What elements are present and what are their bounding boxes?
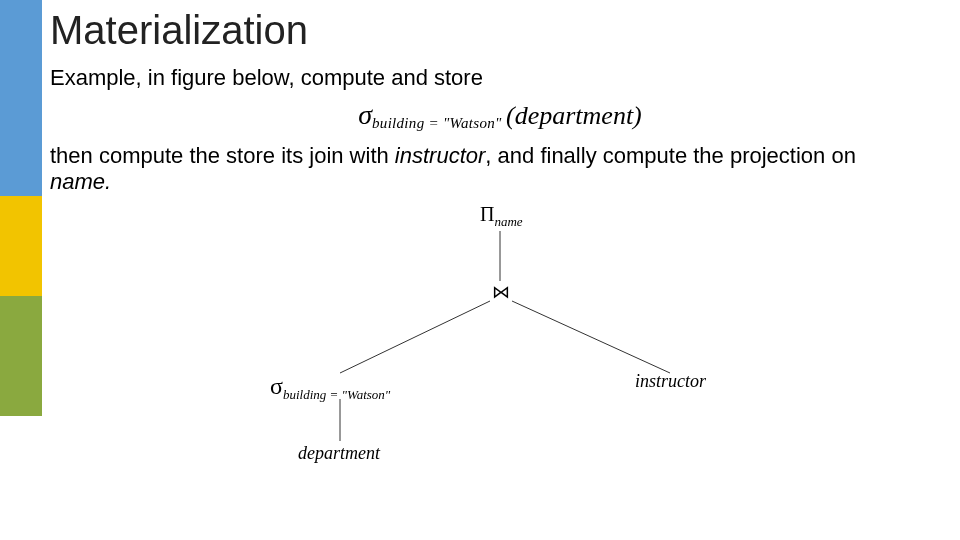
node-instructor: instructor: [635, 371, 706, 392]
sigma-subscript: building = "Watson": [372, 116, 502, 132]
selection-formula: σbuilding = "Watson" (department): [50, 99, 950, 132]
sigma-symbol: σ: [358, 99, 372, 130]
node-department: department: [298, 443, 380, 464]
svg-line-1: [340, 301, 490, 373]
left-stripe-yellow: [0, 196, 42, 296]
slide-content: Materialization Example, in figure below…: [50, 8, 950, 483]
tree-sigma-subscript: building = "Watson": [283, 387, 390, 402]
left-stripe-blue: [0, 0, 42, 196]
intro-text: Example, in figure below, compute and st…: [50, 65, 880, 91]
follow-instructor: instructor: [395, 143, 485, 168]
follow-part-b: , and finally compute the projection on: [485, 143, 856, 168]
node-projection: Πname: [480, 203, 523, 230]
follow-name: name.: [50, 169, 111, 194]
left-stripe-green: [0, 296, 42, 416]
follow-part-a: then compute the store its join with: [50, 143, 395, 168]
tree-edges: [240, 203, 760, 483]
node-selection: σbuilding = "Watson": [270, 373, 390, 403]
pi-symbol: Π: [480, 203, 494, 225]
query-tree: Πname ⋈ σbuilding = "Watson" instructor …: [240, 203, 760, 483]
followup-text: then compute the store its join with ins…: [50, 143, 880, 196]
pi-subscript: name: [494, 214, 522, 229]
svg-line-2: [512, 301, 670, 373]
page-title: Materialization: [50, 8, 950, 53]
node-join: ⋈: [492, 281, 510, 303]
tree-sigma-symbol: σ: [270, 373, 283, 399]
sigma-relation: (department): [506, 101, 642, 130]
